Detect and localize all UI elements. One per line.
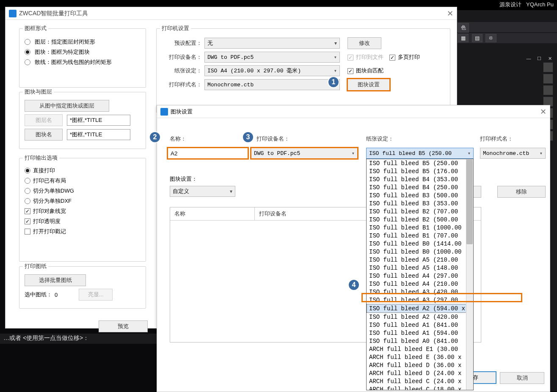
d2-style-dropdown[interactable]: Monochrome.ctb [480,148,546,159]
menu-item[interactable]: YQArch Pu [526,1,554,8]
paper-option[interactable]: ISO full bleed B1 (1000.00 [367,224,473,232]
paper-option[interactable]: ARCH full bleed E (36.00 x [367,353,473,361]
d2-paper-dropdown[interactable]: ISO full bleed B5 (250.00 [366,148,474,159]
chk-automatch[interactable] [347,68,353,74]
dialog1-titlebar: ZWCAD智能批量打印工具 ✕ [6,7,457,20]
from-drawing-button[interactable]: 从图中指定图块或图层 [25,100,109,112]
tool-1[interactable]: ▦ [458,34,469,42]
scrollbar-thumb[interactable] [466,160,473,244]
d2-blockset-dropdown[interactable]: 自定义 [170,186,235,197]
paper-option[interactable]: ISO full bleed B1 (707.00 [367,232,473,240]
radio-scatter[interactable] [25,59,30,65]
chk-tofile [347,55,353,61]
dialog2-title: 图块设置 [171,108,193,116]
output-options-group: 打印输出选项 直接打印 打印已有布局 切分为单独DWG 切分为单独DXF 打印对… [19,158,146,262]
highlight-button: 亮显... [79,289,113,301]
chk-multipage-label: 多页打印 [398,54,420,60]
d2-paper-label: 纸张设定： [366,135,394,143]
badge-2: 2 [149,131,161,143]
paper-option[interactable]: ISO full bleed B3 (500.00 [367,191,473,199]
radio-scatter-label: 散线：图框为线包围的封闭矩形 [35,58,112,66]
paper-option[interactable]: ISO full bleed B4 (353.00 [367,175,473,183]
paper-option[interactable]: ISO full bleed A5 (148.00 [367,264,473,272]
chk-transparency-label: 打印透明度 [33,218,61,225]
style-dropdown[interactable]: Monochrome.ctb [204,79,340,90]
vt-icon[interactable] [543,85,553,95]
scrollbar-track[interactable] [466,159,473,390]
chk-automatch-label: 图块自匹配 [356,67,383,74]
dialog1-title: ZWCAD智能批量打印工具 [19,10,88,17]
d2-name-input[interactable] [168,148,248,159]
minimize-icon[interactable]: — [524,56,533,61]
preview-button[interactable]: 预览 [99,320,148,332]
chk-stamp[interactable] [25,229,30,235]
paper-option[interactable]: ISO full bleed B4 (250.00 [367,183,473,191]
paper-option[interactable]: ARCH full bleed C (24.00 x [367,377,473,385]
layer-name-button: 图层名 [25,114,63,126]
dialog1-close-button[interactable]: ✕ [447,9,453,18]
tool-2[interactable]: ▤ [472,34,483,42]
radio-dxf-label: 切分为单独DXF [33,197,72,205]
paper-option[interactable]: ISO full bleed B5 (250.00 [367,159,473,167]
paper-option[interactable]: ISO full bleed A2 (594.00 x 420.00 毫米) [367,304,466,313]
paper-dropdown[interactable]: ISO A4 (210.00 x 297.00 毫米) [204,65,340,76]
modify-button[interactable]: 修改 [347,37,381,49]
d2-blockset-label: 图块设置： [170,175,197,183]
radio-block-label: 图块：图框为特定图块 [35,48,90,56]
paper-option[interactable]: ISO full bleed A2 (420.00 [367,313,473,321]
radio-direct[interactable] [25,168,30,174]
blockset-button[interactable]: 图块设置 [347,79,390,91]
d2-remove-button[interactable]: 移除 [497,186,546,198]
paper-option[interactable]: ISO full bleed B0 (1000.00 [367,248,473,256]
radio-dxf[interactable] [25,198,30,204]
dialog2-close-button[interactable]: ✕ [540,107,546,116]
paper-option[interactable]: ISO full bleed B2 (500.00 [367,215,473,224]
chk-linewidth[interactable] [25,208,30,214]
d2-device-dropdown[interactable]: DWG to PDF.pc5 [251,148,358,159]
layer-dropdown[interactable]: 色 [458,23,469,33]
preset-dropdown[interactable]: 无 [204,38,340,49]
vt-icon[interactable] [543,62,553,72]
radio-layer[interactable] [25,39,30,45]
app-menus: 源泉设计 YQArch Pu [499,1,554,8]
paper-option[interactable]: ISO full bleed A3 (297.00 [367,296,473,304]
chk-transparency[interactable] [25,218,30,224]
block-name-input[interactable] [67,129,130,140]
radio-layout[interactable] [25,178,30,184]
block-name-button[interactable]: 图块名 [25,129,63,141]
paper-option[interactable]: ISO full bleed B5 (176.00 [367,167,473,175]
paper-option[interactable]: ISO full bleed B0 (1414.00 [367,240,473,248]
radio-dwg[interactable] [25,188,30,194]
paper-option[interactable]: ISO full bleed B3 (353.00 [367,199,473,207]
d2-cancel-button[interactable]: 取消 [500,372,544,384]
vt-icon[interactable] [543,74,553,84]
paper-option[interactable]: ISO full bleed A0 (841.00 [367,337,473,345]
paper-option[interactable]: ARCH full bleed D (24.00 x [367,369,473,377]
paper-label: 纸张设定： [162,67,202,75]
chk-multipage[interactable] [389,55,395,61]
printer-settings-legend: 打印机设置 [160,25,191,32]
chk-linewidth-label: 打印对象线宽 [33,207,66,215]
d2-name-label: 名称： [170,135,186,143]
layer-name-input[interactable] [67,115,130,126]
paper-option[interactable]: ISO full bleed B2 (707.00 [367,207,473,215]
radio-layout-label: 打印已有布局 [33,177,66,185]
block-settings-dialog: 图块设置 ✕ 名称： 打印设备名： 纸张设定： 打印样式名： DWG to PD… [157,105,550,392]
paper-option[interactable]: ARCH full bleed C (18.00 x [367,385,473,390]
paper-option[interactable]: ARCH full bleed D (36.00 x [367,361,473,369]
tool-3[interactable]: ⛭ [485,34,496,42]
paper-option[interactable]: ISO full bleed A1 (594.00 [367,329,473,337]
select-paper-button[interactable]: 选择批量图纸 [25,274,86,286]
radio-dwg-label: 切分为单独DWG [33,187,74,195]
paper-option[interactable]: ISO full bleed A5 (210.00 [367,256,473,264]
paper-option[interactable]: ISO full bleed A4 (297.00 [367,272,473,280]
paper-dropdown-list[interactable]: ISO full bleed B5 (250.00ISO full bleed … [366,159,474,390]
paper-option[interactable]: ISO full bleed A4 (210.00 [367,280,473,288]
radio-block[interactable] [25,49,30,55]
badge-4: 4 [348,279,360,291]
paper-option[interactable]: ISO full bleed A1 (841.00 [367,321,473,329]
paper-option[interactable]: ISO full bleed A3 (420.00 [367,288,473,296]
menu-item[interactable]: 源泉设计 [499,1,521,8]
paper-option[interactable]: ARCH full bleed E1 (30.00 [367,345,473,353]
device-dropdown[interactable]: DWG to PDF.pc5 [204,52,340,63]
